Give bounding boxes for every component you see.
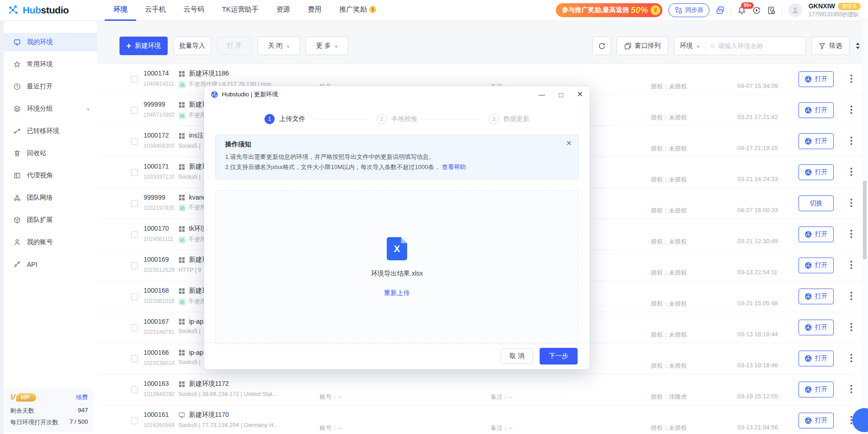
row-checkbox[interactable] bbox=[131, 138, 138, 145]
sidebar-item-代理视角[interactable]: 代理视角 bbox=[4, 166, 97, 185]
cancel-button[interactable]: 取 消 bbox=[501, 348, 533, 364]
search-scope-select[interactable]: 环境∨ bbox=[674, 42, 705, 50]
row-more-icon[interactable] bbox=[849, 291, 853, 301]
nav-item-费用[interactable]: 费用 bbox=[299, 0, 330, 21]
window-arrange-button[interactable]: 窗口排列 bbox=[616, 37, 668, 55]
user-icon bbox=[13, 239, 21, 246]
open-button[interactable]: 打 开 bbox=[217, 37, 252, 55]
promo-banner[interactable]: 参与推广奖励,最高返佣50% ¥ bbox=[556, 3, 663, 17]
sidebar-item-我的账号[interactable]: 我的账号 bbox=[4, 233, 97, 252]
open-env-button[interactable]: 打开 bbox=[799, 133, 834, 149]
notifications-bell-icon[interactable]: 99+ bbox=[737, 6, 746, 15]
row-more-icon[interactable] bbox=[849, 74, 853, 84]
main-nav: 环境 云手机 云号码 TK运营助手 资源 费用 推广奖励 $ bbox=[105, 0, 385, 21]
sync-device-button[interactable]: 同步器 bbox=[668, 3, 710, 17]
next-step-button[interactable]: 下一步 bbox=[540, 348, 578, 365]
row-more-icon[interactable] bbox=[849, 105, 853, 115]
open-env-button[interactable]: 打开 bbox=[799, 102, 834, 118]
nav-item-推广奖励[interactable]: 推广奖励 $ bbox=[330, 0, 385, 21]
user-avatar[interactable] bbox=[788, 3, 802, 17]
sidebar-item-已转移环境[interactable]: 已转移环境 bbox=[4, 122, 97, 140]
remark-field: 备注：-- bbox=[491, 393, 513, 401]
sidebar-item-API[interactable]: API bbox=[4, 255, 97, 274]
download-update-icon[interactable] bbox=[752, 6, 761, 15]
open-env-button[interactable]: 打开 bbox=[799, 226, 834, 242]
auth-field: 授权：未授权 bbox=[651, 207, 687, 215]
search-input[interactable] bbox=[715, 42, 805, 50]
open-time: 03-21 15:05:48 bbox=[737, 300, 778, 307]
open-env-button[interactable]: 打开 bbox=[799, 351, 834, 366]
sidebar-item-团队扩展[interactable]: 团队扩展 bbox=[4, 211, 97, 229]
search-icon bbox=[710, 43, 715, 50]
row-more-icon[interactable] bbox=[849, 384, 853, 394]
row-more-icon[interactable] bbox=[849, 353, 853, 363]
row-checkbox[interactable] bbox=[131, 417, 138, 424]
open-env-button[interactable]: 打开 bbox=[799, 320, 834, 335]
env-id: 1023512529 bbox=[144, 267, 175, 273]
sidebar-item-常用环境[interactable]: 常用环境 bbox=[4, 55, 97, 74]
minimize-icon[interactable]: — bbox=[539, 91, 545, 98]
close-window-icon[interactable]: ✕ bbox=[577, 91, 583, 98]
browser-icon bbox=[805, 231, 812, 238]
notice-close-icon[interactable]: ✕ bbox=[566, 139, 572, 147]
row-more-icon[interactable] bbox=[849, 229, 853, 239]
row-checkbox[interactable] bbox=[131, 231, 138, 238]
grid-icon bbox=[178, 318, 185, 325]
sidebar-item-环境分组[interactable]: 环境分组 ∨ bbox=[4, 100, 97, 118]
open-env-button[interactable]: 打开 bbox=[799, 382, 834, 397]
refresh-button[interactable] bbox=[592, 37, 611, 55]
maximize-icon[interactable]: □ bbox=[559, 91, 563, 98]
modal-titlebar: Hubstudio | 更新环境 — □ ✕ bbox=[204, 86, 590, 103]
nav-item-TK运营助手[interactable]: TK运营助手 bbox=[213, 0, 267, 21]
grid-icon bbox=[178, 132, 185, 139]
renew-link[interactable]: 续费 bbox=[76, 393, 88, 402]
open-env-button[interactable]: 打开 bbox=[799, 413, 834, 428]
batch-import-button[interactable]: 批量导入 bbox=[173, 37, 211, 55]
row-checkbox[interactable] bbox=[131, 293, 138, 300]
row-checkbox[interactable] bbox=[131, 107, 138, 114]
row-more-icon[interactable] bbox=[849, 136, 853, 146]
row-checkbox[interactable] bbox=[131, 355, 138, 362]
row-checkbox[interactable] bbox=[131, 200, 138, 207]
sort-icon[interactable] bbox=[855, 42, 861, 50]
row-more-icon[interactable] bbox=[849, 260, 853, 270]
logs-document-icon[interactable] bbox=[767, 6, 776, 15]
row-checkbox[interactable] bbox=[131, 169, 138, 176]
open-env-button[interactable]: 打开 bbox=[799, 258, 834, 273]
hubstudio-app-icon bbox=[211, 91, 218, 98]
row-checkbox[interactable] bbox=[131, 76, 138, 83]
new-env-button[interactable]: +新建环境 bbox=[120, 37, 168, 55]
more-dropdown-button[interactable]: 更 多∨ bbox=[306, 37, 348, 55]
row-more-icon[interactable] bbox=[849, 198, 853, 208]
user-info[interactable]: GKNXIW 管理员 17759131950的团队 bbox=[808, 2, 861, 18]
sidebar-item-最近打开[interactable]: 最近打开 bbox=[4, 77, 97, 96]
help-link[interactable]: 查看帮助 bbox=[442, 164, 466, 170]
window-manager-icon[interactable] bbox=[716, 6, 725, 15]
nav-item-资源[interactable]: 资源 bbox=[267, 0, 299, 21]
nav-item-云号码[interactable]: 云号码 bbox=[175, 0, 213, 21]
scrollbar-thumb[interactable] bbox=[863, 181, 867, 259]
browser-icon bbox=[805, 169, 812, 176]
sidebar-item-我的环境[interactable]: 我的环境 bbox=[4, 33, 97, 51]
nav-item-云手机[interactable]: 云手机 bbox=[136, 0, 175, 21]
chevron-down-icon: ∨ bbox=[286, 44, 289, 49]
reupload-link[interactable]: 重新上传 bbox=[384, 289, 410, 297]
open-time: 04-27 16:00:33 bbox=[737, 207, 778, 214]
switch-env-button[interactable]: 切换 bbox=[799, 195, 834, 211]
open-env-button[interactable]: 打开 bbox=[799, 289, 834, 304]
open-env-button[interactable]: 打开 bbox=[799, 164, 834, 180]
notification-count-badge: 99+ bbox=[741, 2, 754, 9]
row-checkbox[interactable] bbox=[131, 386, 138, 393]
wizard-step-3: 3 数据更新 bbox=[489, 114, 529, 124]
open-env-button[interactable]: 打开 bbox=[799, 71, 834, 87]
filter-button[interactable]: 筛选 bbox=[811, 37, 849, 55]
close-dropdown-button[interactable]: 关 闭∨ bbox=[258, 37, 300, 55]
row-checkbox[interactable] bbox=[131, 324, 138, 331]
row-more-icon[interactable] bbox=[849, 322, 853, 332]
nav-item-环境[interactable]: 环境 bbox=[105, 0, 136, 21]
sidebar-item-团队网络[interactable]: 团队网络 bbox=[4, 189, 97, 207]
sidebar-item-回收站[interactable]: 回收站 bbox=[4, 144, 97, 163]
row-more-icon[interactable] bbox=[849, 167, 853, 177]
upload-dropzone[interactable]: X 环境导出结果.xlsx 重新上传 bbox=[215, 190, 579, 344]
row-checkbox[interactable] bbox=[131, 262, 138, 269]
